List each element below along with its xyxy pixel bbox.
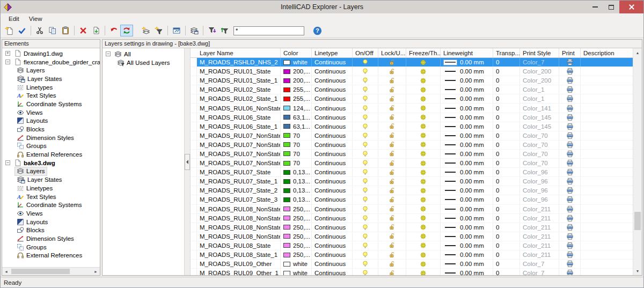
linetype-cell[interactable]: Continuous (312, 241, 353, 250)
linetype-cell[interactable]: Continuous (312, 58, 353, 67)
print-cell[interactable] (559, 186, 581, 195)
tree-node-flexcrane-doube-girder-crane[interactable]: flexcrane_doube_girder_crane (2, 58, 100, 67)
table-row[interactable]: M_ROADS_RUL07_State_30,13...Continuous0.… (191, 195, 633, 204)
print-cell[interactable] (559, 113, 581, 122)
scroll-thumb[interactable] (634, 212, 641, 230)
lock-cell[interactable] (378, 223, 406, 232)
layer-name-cell[interactable]: M_ROADS_RUL08_NonState (197, 205, 281, 213)
color-cell[interactable]: 70 (281, 150, 312, 158)
column-header-linetype[interactable]: Linetype (312, 48, 353, 57)
lineweight-cell[interactable]: 0.00 mm (441, 122, 493, 131)
scroll-left-arrow-icon[interactable] (2, 268, 10, 276)
print-cell[interactable] (559, 76, 581, 85)
undo-button[interactable] (107, 25, 120, 36)
print-cell[interactable] (559, 159, 581, 167)
transparency-cell[interactable]: 0 (493, 260, 520, 268)
column-header-transparency[interactable]: Transp... (493, 48, 520, 57)
table-row[interactable]: M_ROADS_RUL02_State_1255,...Continuous0.… (191, 94, 633, 104)
filter-node-all-used-layers[interactable]: All Used Layers (103, 58, 184, 67)
on-off-cell[interactable] (353, 269, 378, 275)
transparency-cell[interactable]: 0 (493, 150, 520, 158)
table-row[interactable]: M_ROADS_RUL01_State_1200,...Continuous0.… (191, 76, 633, 85)
transparency-cell[interactable]: 0 (493, 241, 520, 250)
linetype-cell[interactable]: Continuous (312, 76, 353, 85)
table-row[interactable]: M_ROADS_RUL09_Other_1whiteContinuous0.00… (191, 269, 633, 275)
on-off-cell[interactable] (353, 141, 378, 149)
tree-item-bake3-dwg-coordinate-systems[interactable]: Coordinate Systems (2, 201, 100, 209)
freeze-cell[interactable] (406, 58, 441, 67)
table-row[interactable]: M_ROADS_RUL07_State0,13...Continuous0.00… (191, 168, 633, 177)
color-cell[interactable]: 70 (281, 141, 312, 149)
print-cell[interactable] (559, 195, 581, 204)
column-header-color[interactable]: Color (281, 48, 312, 57)
description-cell[interactable] (581, 177, 633, 186)
transparency-cell[interactable]: 0 (493, 269, 520, 275)
delete-button[interactable] (77, 25, 90, 36)
description-cell[interactable] (581, 141, 633, 149)
layer-name-cell[interactable]: M_ROADS_RUL02_State_1 (197, 94, 281, 103)
print-cell[interactable] (559, 232, 581, 241)
on-off-cell[interactable] (353, 205, 378, 213)
description-cell[interactable] (581, 159, 633, 167)
freeze-cell[interactable] (406, 94, 441, 103)
freeze-cell[interactable] (406, 159, 441, 167)
lineweight-cell[interactable]: 0.00 mm (441, 76, 493, 85)
layer-name-cell[interactable]: M_ROADS_RUL06_NonState (197, 104, 281, 112)
print-cell[interactable] (559, 104, 581, 112)
table-row[interactable]: M_ROADS_RUL06_State_163,1...Continuous0.… (191, 122, 633, 131)
purge-button[interactable] (90, 25, 103, 36)
linetype-cell[interactable]: Continuous (312, 223, 353, 232)
print-style-cell[interactable]: Color_70 (520, 159, 559, 167)
on-off-cell[interactable] (353, 195, 378, 204)
linetype-cell[interactable]: Continuous (312, 85, 353, 94)
print-style-cell[interactable]: Color_211 (520, 241, 559, 250)
print-cell[interactable] (559, 131, 581, 140)
lock-cell[interactable] (378, 232, 406, 241)
column-header-lock[interactable]: Lock/U... (378, 48, 406, 57)
layer-name-cell[interactable]: M_ROADS_RUL07_State_3 (197, 195, 281, 204)
table-vertical-scrollbar[interactable] (633, 48, 642, 275)
print-cell[interactable] (559, 214, 581, 223)
layer-name-cell[interactable]: M_ROADS_RUL01_State_1 (197, 76, 281, 85)
color-cell[interactable]: 255,... (281, 85, 312, 94)
print-style-cell[interactable]: Color_70 (520, 141, 559, 149)
color-cell[interactable]: 124,... (281, 104, 312, 112)
collapse-expander-icon[interactable] (106, 51, 111, 56)
color-cell[interactable]: 250,... (281, 223, 312, 232)
tree-item-flexcrane-doube-girder-crane-layer-states[interactable]: Layer States (2, 75, 100, 83)
tree-item-bake3-dwg-dimension-styles[interactable]: Dimension Styles (2, 234, 100, 243)
color-cell[interactable]: 250,... (281, 214, 312, 223)
table-row[interactable]: M_ROADS_RUL07_State_20,13...Continuous0.… (191, 186, 633, 195)
linetype-cell[interactable]: Continuous (312, 104, 353, 112)
on-off-cell[interactable] (353, 223, 378, 232)
on-off-cell[interactable] (353, 122, 378, 131)
lineweight-cell[interactable]: 0.00 mm (441, 159, 493, 167)
transparency-cell[interactable]: 0 (493, 113, 520, 122)
lock-cell[interactable] (378, 177, 406, 186)
transparency-cell[interactable]: 0 (493, 168, 520, 176)
transparency-cell[interactable]: 0 (493, 250, 520, 259)
lock-cell[interactable] (378, 122, 406, 131)
set-current-button[interactable] (170, 25, 183, 36)
lock-cell[interactable] (378, 104, 406, 112)
linetype-cell[interactable]: Continuous (312, 131, 353, 140)
print-style-cell[interactable]: Color_1 (520, 94, 559, 103)
linetype-cell[interactable]: Continuous (312, 214, 353, 223)
freeze-cell[interactable] (406, 241, 441, 250)
description-cell[interactable] (581, 186, 633, 195)
on-off-cell[interactable] (353, 67, 378, 76)
on-off-cell[interactable] (353, 177, 378, 186)
print-style-cell[interactable]: Color_145 (520, 122, 559, 131)
lineweight-cell[interactable]: 0.00 mm (441, 104, 493, 112)
freeze-cell[interactable] (406, 260, 441, 268)
scroll-up-arrow-icon[interactable] (633, 48, 642, 57)
print-style-cell[interactable]: Color_7 (520, 58, 559, 67)
linetype-cell[interactable]: Continuous (312, 195, 353, 204)
print-cell[interactable] (559, 260, 581, 268)
linetype-cell[interactable]: Continuous (312, 260, 353, 268)
print-cell[interactable] (559, 269, 581, 275)
lineweight-cell[interactable]: 0.00 mm (441, 177, 493, 186)
on-off-cell[interactable] (353, 131, 378, 140)
column-header-print[interactable]: Print (559, 48, 581, 57)
description-cell[interactable] (581, 260, 633, 268)
